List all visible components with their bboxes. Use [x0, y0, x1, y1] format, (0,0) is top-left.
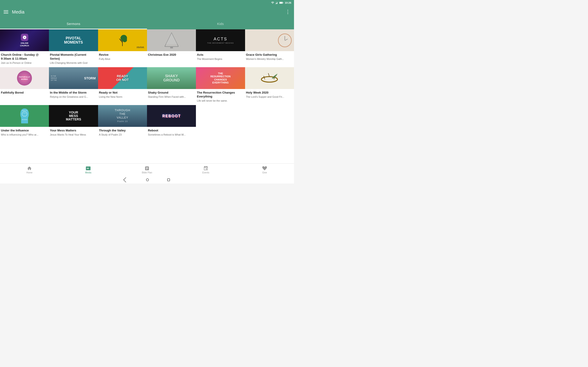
thumbnail-pivotal: PIVOTALMOMENTS [49, 29, 98, 51]
tree-icon [117, 33, 128, 47]
media-card-resurrection[interactable]: THERESURRECTIONCHANGESEVERYTHING The Res… [196, 67, 245, 105]
head-brain-icon: UNDER THE INFLUENCE [18, 107, 32, 125]
media-card-your-mess[interactable]: YOURMESSMATTERS Your Mess Matters Jesus … [49, 105, 98, 139]
home-icon [27, 166, 32, 171]
media-card-grace-girls[interactable]: Grace Girls Gathering Women's Ministry W… [245, 29, 294, 67]
media-card-acts[interactable]: ACTS THE MOVEMENT BEGINS Acts The Moveme… [196, 29, 245, 67]
nav-media[interactable]: Media [59, 164, 118, 176]
battery-icon [279, 1, 284, 4]
svg-text:UNDER THE: UNDER THE [22, 110, 27, 111]
wifi-icon [271, 1, 274, 4]
media-card-pivotal-moments[interactable]: PIVOTALMOMENTS Pivotal Moments (Current … [49, 29, 98, 67]
thumbnail-ready: READYOR NOT [98, 67, 147, 89]
svg-rect-3 [277, 2, 277, 4]
svg-point-13 [122, 38, 127, 42]
media-card-ready-or-not[interactable]: READYOR NOT Ready or Not Living the New … [98, 67, 147, 105]
time-display: 10:26 [285, 1, 291, 4]
media-content: ONLINECHURCH Church Online - Sunday @ 9:… [0, 29, 294, 163]
svg-point-17 [261, 77, 277, 82]
thumbnail-through-valley: THROUGHTHEVALLEYPsalm 23 [98, 105, 147, 127]
thumbnail-acts: ACTS THE MOVEMENT BEGINS [196, 29, 245, 51]
thumbnail-resurrection: THERESURRECTIONCHANGESEVERYTHING [196, 67, 245, 89]
nav-events[interactable]: Events [176, 164, 235, 176]
thumbnail-shaky: SHAKYGROUND [147, 67, 196, 89]
thumbnail-revive: revive. [98, 29, 147, 51]
tab-sermons[interactable]: Sermons [0, 18, 147, 29]
events-icon [203, 166, 208, 171]
media-card-under-influence[interactable]: UNDER THE INFLUENCE Under the Influence … [0, 105, 49, 139]
svg-rect-16 [170, 47, 173, 48]
signal-icon [275, 1, 278, 4]
tab-kids[interactable]: Kids [147, 18, 294, 29]
thumbnail-storm: IN THE MIDDLE OF THE STORM [49, 67, 98, 89]
app-bar-left: Media [4, 9, 24, 15]
clock-decoration [278, 33, 292, 47]
svg-rect-0 [275, 4, 276, 4]
media-card-holy-week[interactable]: Holy Week 2020 The Lord's Supper and Goo… [245, 67, 294, 105]
bible-plan-icon [145, 166, 149, 171]
svg-marker-15 [166, 33, 177, 44]
status-bar: 10:26 [0, 0, 294, 6]
media-card-revive[interactable]: revive. Revive Fully Alive [98, 29, 147, 67]
thumbnail-reboot: REBOOT [147, 105, 196, 127]
media-card-christmas-eve[interactable]: Christmas Eve 2020 [147, 29, 196, 67]
nav-bible-plan[interactable]: Bible Plan [118, 164, 176, 176]
media-card-reboot[interactable]: REBOOT Reboot Sometimes a Reboot is What… [147, 105, 196, 139]
svg-rect-5 [279, 2, 282, 3]
svg-rect-23 [147, 166, 147, 167]
media-card-through-valley[interactable]: THROUGHTHEVALLEYPsalm 23 Through the Val… [98, 105, 147, 139]
svg-rect-1 [276, 3, 276, 4]
svg-rect-6 [283, 2, 283, 3]
thumbnail-grace-girls [245, 29, 294, 51]
thumbnail-faithfully: FAITHFULLYBORED [0, 67, 49, 89]
media-grid: ONLINECHURCH Church Online - Sunday @ 9:… [0, 29, 294, 139]
svg-text:INFLUENCE: INFLUENCE [22, 119, 27, 120]
media-card-faithfully-bored[interactable]: FAITHFULLYBORED Faithfully Bored [0, 67, 49, 105]
thumbnail-christmas [147, 29, 196, 51]
svg-rect-2 [277, 3, 277, 4]
tab-bar: Sermons Kids [0, 18, 294, 29]
thumbnail-church-online: ONLINECHURCH [0, 29, 49, 51]
media-icon [86, 166, 91, 171]
media-card-church-online[interactable]: ONLINECHURCH Church Online - Sunday @ 9:… [0, 29, 49, 67]
hamburger-menu[interactable] [4, 10, 8, 14]
give-icon [262, 166, 267, 171]
christmas-tree-icon [165, 32, 179, 49]
media-card-shaky-ground[interactable]: SHAKYGROUND Shaky Ground Standing Firm W… [147, 67, 196, 105]
app-title: Media [12, 9, 24, 15]
app-bar: Media ⋮ [0, 6, 294, 18]
nav-home[interactable]: Home [0, 164, 59, 176]
status-icons [271, 1, 284, 4]
android-nav-bar [0, 176, 294, 184]
thumbnail-under-influence: UNDER THE INFLUENCE [0, 105, 49, 127]
media-card-storm[interactable]: IN THE MIDDLE OF THE STORM In the Middle… [49, 67, 98, 105]
bottom-nav: Home Media Bible Plan Events Give [0, 163, 294, 176]
nav-give[interactable]: Give [235, 164, 294, 176]
svg-line-19 [268, 73, 269, 77]
crown-thorns-icon [259, 71, 280, 85]
thumbnail-your-mess: YOURMESSMATTERS [49, 105, 98, 127]
thumbnail-holy-week [245, 67, 294, 89]
android-back-button[interactable] [123, 177, 129, 183]
more-options-button[interactable]: ⋮ [285, 9, 290, 15]
android-home-button[interactable] [146, 178, 149, 181]
android-recents-button[interactable] [167, 178, 170, 181]
